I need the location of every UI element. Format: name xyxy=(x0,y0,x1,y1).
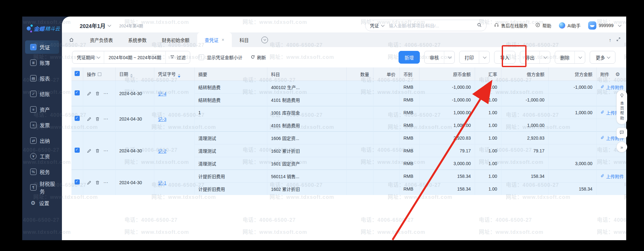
sidebar-item-ledger[interactable]: ≣账簿 xyxy=(25,56,59,69)
delete-icon[interactable] xyxy=(95,180,100,185)
tab-close-icon[interactable]: × xyxy=(222,37,224,42)
column-header-label: 凭证字号 xyxy=(158,72,176,77)
delete-dropdown-button[interactable] xyxy=(574,51,585,63)
voucher-no-link[interactable]: 记-4 xyxy=(158,91,166,96)
home-tab-icon[interactable] xyxy=(69,37,74,42)
sidebar-item-tax[interactable]: %税务 xyxy=(25,165,59,178)
tab-label: 资产负债表 xyxy=(90,37,113,43)
audit-button[interactable]: 审核 xyxy=(425,51,444,63)
tab-list-dropdown-icon[interactable] xyxy=(261,37,268,43)
search-scope-select[interactable]: 凭证 xyxy=(370,22,384,29)
search-icon[interactable] xyxy=(477,23,482,29)
sort-asc-icon[interactable] xyxy=(130,74,133,75)
sort-icons[interactable] xyxy=(178,74,180,78)
feedback-bubble-button[interactable] xyxy=(616,128,627,138)
upload-attachment-link[interactable]: 上传附件 xyxy=(600,84,624,90)
tab-voucher-query[interactable]: 查凭证× xyxy=(197,32,232,47)
watermark-url: 网址：www.tdxsoft.com xyxy=(624,193,644,200)
ai-assistant-link[interactable]: AI助手 xyxy=(559,22,580,29)
print-button[interactable]: 打印 xyxy=(460,51,479,63)
cell-original-amount: -1,000.00 xyxy=(419,94,475,106)
tab-accounts[interactable]: 科目 xyxy=(232,32,256,47)
row-checkbox[interactable] xyxy=(75,116,80,121)
voucher-no-link[interactable]: 记-3 xyxy=(158,117,166,122)
row-checkbox[interactable] xyxy=(75,148,80,153)
edit-icon[interactable] xyxy=(87,91,91,96)
sidebar-item-settings[interactable]: ⚙设置 xyxy=(25,196,59,210)
refresh-button[interactable]: 刷新 xyxy=(251,54,266,60)
add-button[interactable]: 新增 xyxy=(399,51,420,64)
audit-dropdown-button[interactable] xyxy=(444,51,454,63)
user-menu[interactable]: 999999 xyxy=(588,21,621,30)
collapse-toolbar-button[interactable]: » xyxy=(616,142,627,152)
sidebar-item-invoice[interactable]: ≡发票 xyxy=(25,118,59,132)
tab-system-params[interactable]: 系统参数 xyxy=(121,32,154,47)
voucher-no-link[interactable]: 记-1 xyxy=(158,180,166,185)
column-header-2: 凭证字号 xyxy=(154,67,194,81)
more-actions-icon[interactable]: ⋯ xyxy=(104,148,109,154)
export-button-group: 导出 xyxy=(520,51,550,64)
row-checkbox[interactable] xyxy=(75,179,80,185)
sidebar-item-closing[interactable]: ✓结账 xyxy=(25,87,59,101)
edit-icon[interactable] xyxy=(87,149,91,153)
refresh-icon xyxy=(251,55,255,60)
export-dropdown-button[interactable] xyxy=(540,51,550,63)
more-button[interactable]: 更多 xyxy=(590,51,615,64)
column-settings-gear-icon[interactable]: ⚙ xyxy=(615,71,620,77)
report-icon: ▤ xyxy=(30,75,37,81)
import-button[interactable]: 导入 xyxy=(494,51,515,64)
help-link[interactable]: 帮助 xyxy=(535,22,551,29)
print-dropdown-button[interactable] xyxy=(479,51,489,63)
page-help-button[interactable]: 本页帮助 xyxy=(616,90,627,124)
search-input[interactable]: 输入金额/核算项目/科目/... xyxy=(389,22,474,29)
delete-button[interactable]: 删除 xyxy=(555,51,574,63)
sort-asc-icon[interactable] xyxy=(178,74,180,75)
sidebar: 金蝶 精斗云 ≡凭证≣账簿▤报表✓结账¤资产≡发票⇄出纳¥工资%税务¶财税服务⚙… xyxy=(22,17,62,240)
export-button[interactable]: 导出 xyxy=(520,51,540,63)
global-search[interactable]: 凭证 输入金额/核算项目/科目/... xyxy=(365,20,486,31)
delete-icon[interactable] xyxy=(95,117,100,121)
row-checkbox[interactable] xyxy=(75,90,80,95)
tab-balance-sheet[interactable]: 资产负债表 xyxy=(82,32,121,47)
chevron-down-icon[interactable] xyxy=(108,23,111,27)
fullscreen-icon[interactable] xyxy=(616,37,621,43)
sidebar-item-cashier[interactable]: ⇄出纳 xyxy=(25,134,59,147)
settings-icon: ⚙ xyxy=(30,200,36,206)
delete-icon[interactable] xyxy=(95,91,100,96)
edit-icon[interactable] xyxy=(87,180,91,185)
after-sales-service-link[interactable]: 售后在线服务 xyxy=(494,22,528,29)
period-range-value[interactable]: 2024年04期 ~ 2024年04期 xyxy=(104,51,165,63)
logo-text-bold: 金蝶 xyxy=(34,24,44,32)
more-actions-icon[interactable]: ⋯ xyxy=(104,91,109,96)
sidebar-item-finance-service[interactable]: ¶财税服务 xyxy=(25,181,59,194)
sidebar-item-asset[interactable]: ¤资产 xyxy=(25,103,59,116)
cell-debit-amount xyxy=(501,157,548,170)
more-actions-icon[interactable]: ⋯ xyxy=(104,180,109,185)
sort-desc-icon[interactable] xyxy=(178,76,180,78)
sidebar-item-voucher[interactable]: ≡凭证 xyxy=(25,40,59,54)
invoice-icon: ≡ xyxy=(30,122,37,128)
chevron-down-icon xyxy=(381,23,385,27)
delete-icon[interactable] xyxy=(95,149,100,153)
watermark-phone: 电话：4006-6500-27 xyxy=(597,6,644,13)
voucher-no-link[interactable]: 记-2 xyxy=(158,149,166,154)
subtotal-checkbox[interactable] xyxy=(198,54,204,60)
period-field-dropdown[interactable]: 凭证期间 xyxy=(72,51,104,63)
subtotal-checkbox-row[interactable]: 显示凭证金额小计 xyxy=(198,54,242,60)
collapse-up-icon[interactable]: ↑ xyxy=(609,37,612,43)
edit-icon[interactable] xyxy=(87,117,91,121)
filter-button[interactable]: 过滤 xyxy=(165,51,190,63)
select-all-checkbox[interactable] xyxy=(75,71,80,76)
operation-icons: ⋯ xyxy=(87,148,111,154)
upload-attachment-link[interactable]: 上传附件 xyxy=(600,173,624,179)
more-actions-icon[interactable]: ⋯ xyxy=(104,116,109,122)
sidebar-item-payroll[interactable]: ¥工资 xyxy=(25,150,59,163)
sort-icons[interactable] xyxy=(130,74,133,78)
tab-initial-balance[interactable]: 财务初始余额 xyxy=(154,32,197,47)
operation-settings-icon[interactable] xyxy=(98,73,101,76)
sidebar-item-report[interactable]: ▤报表 xyxy=(25,72,59,85)
watermark-phone: 电话：4006-6500-27 xyxy=(124,6,178,13)
period-selector[interactable]: 2024年1月 xyxy=(80,22,105,30)
sort-desc-icon[interactable] xyxy=(130,76,133,78)
sidebar-item-label: 结账 xyxy=(40,90,50,98)
